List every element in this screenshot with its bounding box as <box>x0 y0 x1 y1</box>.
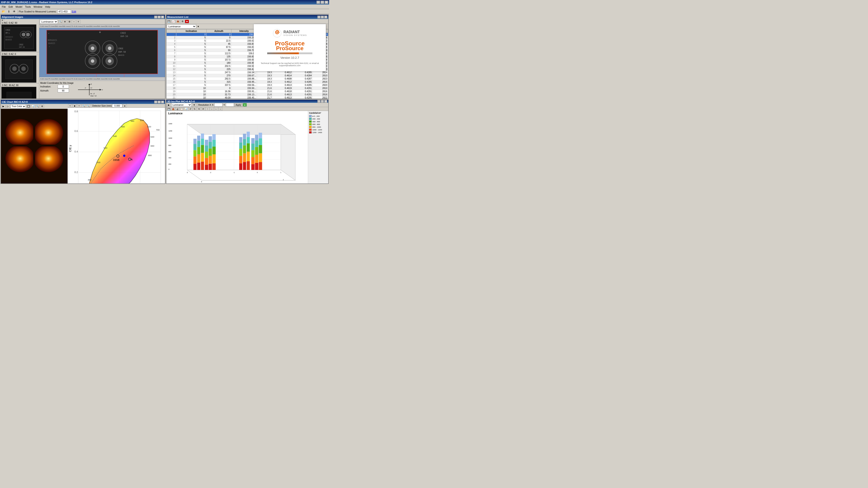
thumbnail-3[interactable]: 3 INC: 90 AZ: 90 <box>1 84 39 98</box>
cie-icon3[interactable]: 🔲 <box>26 105 31 108</box>
cie-minimize-btn[interactable]: ─ <box>154 101 157 103</box>
apply-button[interactable]: Apply <box>235 103 242 107</box>
thumbnail-2[interactable]: 2 INC: 0 AZ: 0 <box>1 52 39 84</box>
meas-chart-btn[interactable]: 📈 <box>171 20 176 23</box>
minimize-btn[interactable]: ─ <box>316 1 320 4</box>
isoplot-t2-9[interactable]: ⟳ <box>201 107 205 111</box>
isoplot-channel-icon[interactable]: ▶ <box>167 103 171 107</box>
menu-file[interactable]: File <box>0 5 7 8</box>
alignment-minimize-btn[interactable]: ─ <box>154 15 157 19</box>
align-tool-5[interactable]: ≡ <box>76 20 81 24</box>
resolution-y-input[interactable]: 100 <box>226 103 234 107</box>
isoplot-t2-5[interactable]: 📊 <box>184 107 188 111</box>
col-inclination[interactable]: Inclination <box>176 29 206 33</box>
inclination-input[interactable] <box>58 85 69 88</box>
table-row[interactable]: 19 10 16.36 155.91... 21.6 0.4618 0.4291… <box>166 90 328 93</box>
cie-chart-icon1[interactable]: + <box>68 104 72 107</box>
isoplot-status-icon[interactable]: ● <box>243 103 247 107</box>
isoplot-t2-6[interactable]: ↺ <box>188 107 192 111</box>
measurement-close-btn[interactable]: ✕ <box>324 15 327 19</box>
align-tool-4[interactable]: ↔ <box>72 20 76 24</box>
align-tool-1[interactable]: 🔍 <box>58 20 62 24</box>
table-row[interactable]: 15 5 292.5 156.88... 19.3 0.4608 0.4287 … <box>166 77 328 80</box>
detector-size-input[interactable] <box>112 104 122 107</box>
isoplot-t2-10[interactable]: ↑ <box>206 107 210 111</box>
isoplot-t2-8[interactable]: ⟲ <box>197 107 201 111</box>
measurement-dropdown[interactable]: Luminance <box>167 24 196 29</box>
table-row[interactable]: 18 10 0 155.50... 21.6 0.4619 0.4291 281… <box>166 87 328 90</box>
toolbar-info[interactable]: ℹ <box>6 9 11 14</box>
table-row[interactable]: 16 5 315 156.95... 19.3 0.4612 0.4285 28… <box>166 80 328 84</box>
isoplot-t2-12[interactable]: ← <box>214 107 218 111</box>
isoplot-t2-7[interactable]: ↻ <box>193 107 197 111</box>
cie-icon2[interactable]: ▷ <box>6 105 10 108</box>
isoplot-t2-1[interactable]: 💾 <box>167 107 171 111</box>
detector-size-label: Detector Size (mm) <box>92 105 112 107</box>
cie-chart-icon3[interactable]: + <box>77 104 81 107</box>
flux-value: 472.453 <box>57 10 71 13</box>
measurement-maximize-btn[interactable]: □ <box>321 15 324 19</box>
svg-rect-146 <box>247 161 250 170</box>
cell-az: 225 <box>207 68 231 71</box>
col-azimuth[interactable]: Azimuth <box>207 29 231 33</box>
menu-help[interactable]: Help <box>43 5 52 8</box>
measurement-minimize-btn[interactable]: ─ <box>317 15 320 19</box>
menu-window[interactable]: Window <box>32 5 43 8</box>
thumb-1-image[interactable]: CREE XM-L BERGQUIS B04935 CREE XHP-50 <box>1 24 36 52</box>
meas-settings-btn[interactable]: ⚙ <box>180 20 184 23</box>
isoplot-t2-2[interactable]: 📤 <box>171 107 175 111</box>
maximize-btn[interactable]: □ <box>320 1 324 4</box>
isoplot-minimize-btn[interactable]: ─ <box>317 100 320 103</box>
align-tool-3[interactable]: ⊞ <box>67 20 71 24</box>
table-row[interactable]: 21 10 49.09 156.45... 21.7 0.4613 0.4295… <box>166 96 328 99</box>
menu-edit[interactable]: Edit <box>7 5 14 8</box>
cie-color-dropdown[interactable]: True Color <box>10 104 26 108</box>
align-tool-2[interactable]: ⊕ <box>63 20 67 24</box>
main-image-container[interactable]: - + CREE XHP-50 BERGQUIS B04935 + <box>39 28 165 77</box>
table-row[interactable]: 17 5 337.5 156.56... 19.3 0.4613 0.4285 … <box>166 84 328 87</box>
resolution-x-label: X <box>212 104 214 106</box>
isoplot-t2-11[interactable]: ↓ <box>210 107 214 111</box>
azimuth-input[interactable] <box>58 89 69 92</box>
cie-icon5[interactable]: 🔍 <box>35 105 39 108</box>
toolbar-open[interactable]: 📂 <box>1 9 6 14</box>
cie-maximize-btn[interactable]: □ <box>158 101 161 103</box>
resolution-x-input[interactable]: 100 <box>214 103 222 107</box>
cie-icon6[interactable]: ⚙ <box>40 105 44 108</box>
table-row[interactable]: 20 10 32.73 156.13... 21.6 0.4613 0.4291… <box>166 93 328 96</box>
thumbnail-1[interactable]: 1 INC: 0 AZ: 90 CREE XM-L BERGQUIS B0493… <box>1 21 39 52</box>
luminance-dropdown[interactable]: Luminance <box>40 20 58 24</box>
isoplot-channel-dropdown[interactable]: Luminance <box>171 103 192 107</box>
cie-chart-icon4[interactable]: 🔍 <box>82 104 86 107</box>
cie-icon1[interactable]: ▶ <box>1 105 5 108</box>
cie-chart-icon6[interactable]: ● <box>123 104 127 107</box>
isoplot-channel-arrow[interactable]: ▼ <box>192 103 196 107</box>
thumb-3-image[interactable] <box>1 87 36 98</box>
meas-export-btn[interactable]: 📤 <box>176 20 180 23</box>
menu-tools[interactable]: Tools <box>24 5 32 8</box>
isoplot-t2-3[interactable]: 🖨 <box>176 107 180 111</box>
svg-rect-163 <box>209 156 212 164</box>
cie-chart-icon2[interactable]: ■ <box>72 104 76 107</box>
col-intensity[interactable]: Intensity <box>231 29 257 33</box>
meas-color-btn[interactable]: ■ <box>185 20 189 23</box>
cie-close-btn[interactable]: ✕ <box>161 101 164 103</box>
alignment-maximize-btn[interactable]: □ <box>158 15 161 19</box>
close-btn[interactable]: ✕ <box>324 1 328 4</box>
table-row[interactable]: 14 5 270 156.67... 19.3 0.4614 0.4284 28… <box>166 74 328 77</box>
alignment-close-btn[interactable]: ✕ <box>161 15 164 19</box>
meas-save-btn[interactable]: 💾 <box>167 20 171 23</box>
edit-label[interactable]: Edit <box>72 10 76 13</box>
isoplot-close-btn[interactable]: ✕ <box>324 100 327 103</box>
thumb-2-image[interactable] <box>1 56 36 83</box>
thumb-scroll-up[interactable]: ▲ <box>2 19 3 21</box>
cie-chart-icon5[interactable]: 🔍 <box>86 104 90 107</box>
cell-cct: 2816 <box>313 90 328 93</box>
svg-text:XM-L: XM-L <box>5 32 10 34</box>
isoplot-t2-4[interactable]: 📋 <box>180 107 184 111</box>
toolbar-view[interactable]: 👁 <box>12 9 17 14</box>
isoplot-t2-13[interactable]: → <box>218 107 222 111</box>
menu-model[interactable]: Model <box>14 5 24 8</box>
cie-icon4[interactable]: 📊 <box>31 105 35 108</box>
isoplot-maximize-btn[interactable]: □ <box>321 100 324 103</box>
